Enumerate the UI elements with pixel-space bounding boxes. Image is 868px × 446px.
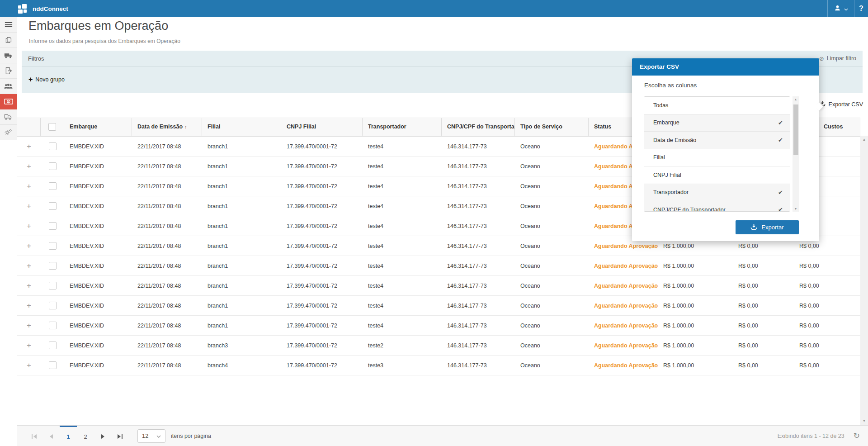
cell-tipo-servico: Oceano bbox=[515, 243, 589, 249]
column-option-label: CNPJ/CPF do Transportador bbox=[653, 207, 726, 212]
cell-data-emissao: 22/11/2017 08:48 bbox=[132, 243, 202, 249]
row-checkbox-cell bbox=[41, 302, 64, 309]
help-button[interactable]: ? bbox=[854, 0, 868, 17]
scroll-down-icon[interactable]: ▼ bbox=[863, 419, 866, 423]
cell-valor-2: R$ 0,00 bbox=[733, 263, 794, 269]
column-option[interactable]: Todas ✔ bbox=[644, 97, 790, 114]
delivery-truck-icon[interactable] bbox=[0, 109, 17, 125]
header-tipo-servico[interactable]: Tipo de Serviço bbox=[515, 118, 589, 136]
cell-filial: branch4 bbox=[202, 362, 281, 369]
scroll-up-icon[interactable]: ▲ bbox=[794, 98, 797, 101]
column-option[interactable]: Data de Emissão ✔ bbox=[644, 132, 790, 149]
truck-icon[interactable] bbox=[0, 48, 17, 63]
plus-icon: + bbox=[27, 262, 31, 270]
expand-row-button[interactable]: + bbox=[17, 242, 41, 250]
header-cnpj-filial[interactable]: CNPJ Filial bbox=[281, 118, 363, 136]
column-option[interactable]: CNPJ/CPF do Transportador ✔ bbox=[644, 201, 790, 212]
cell-tipo-servico: Oceano bbox=[515, 303, 589, 309]
scroll-down-icon[interactable]: ▼ bbox=[794, 207, 797, 210]
first-page-button[interactable] bbox=[25, 426, 42, 446]
row-checkbox-cell bbox=[41, 342, 64, 349]
last-page-icon bbox=[122, 434, 123, 439]
row-checkbox[interactable] bbox=[49, 142, 57, 150]
row-checkbox[interactable] bbox=[49, 202, 57, 210]
column-option[interactable]: Filial ✔ bbox=[644, 149, 790, 167]
file-export-icon[interactable] bbox=[0, 63, 17, 79]
cell-embarque: EMBDEV.XID bbox=[64, 362, 132, 369]
clear-filter-button[interactable]: ⊘ Limpar filtro bbox=[819, 55, 856, 62]
cell-status: Aguardando Aprovação bbox=[589, 362, 658, 369]
page-title: Embarques em Operação bbox=[28, 19, 168, 33]
row-checkbox[interactable] bbox=[49, 262, 57, 270]
next-page-button[interactable] bbox=[94, 426, 111, 446]
expand-row-button[interactable]: + bbox=[17, 142, 41, 150]
cell-cnpj-cpf-transportador: 146.314.177-73 bbox=[442, 303, 515, 309]
plus-icon: + bbox=[27, 162, 31, 170]
expand-row-button[interactable]: + bbox=[17, 162, 41, 170]
column-option[interactable]: CNPJ Filial ✔ bbox=[644, 166, 790, 184]
header-cnpj-cpf-transportador[interactable]: CNPJ/CPF do Transportador bbox=[442, 118, 515, 136]
row-checkbox[interactable] bbox=[49, 162, 57, 170]
expand-row-button[interactable]: + bbox=[17, 262, 41, 270]
row-checkbox[interactable] bbox=[49, 182, 57, 190]
plus-icon: + bbox=[27, 182, 31, 190]
last-page-button[interactable] bbox=[111, 426, 128, 446]
page-2-button[interactable]: 2 bbox=[77, 426, 94, 446]
header-filial[interactable]: Filial bbox=[202, 118, 281, 136]
cell-cnpj-filial: 17.399.470/0001-72 bbox=[281, 243, 363, 249]
expand-row-button[interactable]: + bbox=[17, 202, 41, 210]
export-csv-link[interactable]: Exportar CSV bbox=[819, 100, 863, 108]
cell-transportador: teste4 bbox=[363, 283, 442, 289]
refresh-icon[interactable]: ↻ bbox=[854, 431, 860, 441]
row-checkbox[interactable] bbox=[49, 282, 57, 289]
expand-row-button[interactable]: + bbox=[17, 322, 41, 329]
page-size-select[interactable]: 12 bbox=[137, 429, 165, 443]
expand-row-button[interactable]: + bbox=[17, 182, 41, 190]
cell-custos: R$ 0,00 bbox=[794, 362, 860, 369]
expand-row-button[interactable]: + bbox=[17, 302, 41, 309]
previous-page-button[interactable] bbox=[42, 426, 60, 446]
select-all-checkbox[interactable] bbox=[48, 123, 56, 131]
table-row: + EMBDEV.XID 22/11/2017 08:48 branch1 17… bbox=[17, 256, 860, 276]
column-option[interactable]: Embarque ✔ bbox=[644, 114, 790, 132]
expand-row-button[interactable]: + bbox=[17, 222, 41, 230]
header-transportador[interactable]: Transportador bbox=[363, 118, 442, 136]
row-checkbox[interactable] bbox=[49, 222, 57, 230]
row-checkbox[interactable] bbox=[49, 302, 57, 309]
column-option-label: Filial bbox=[653, 154, 665, 161]
page-1-button[interactable]: 1 bbox=[60, 426, 77, 446]
hamburger-menu-icon[interactable] bbox=[0, 17, 17, 33]
row-checkbox[interactable] bbox=[49, 361, 57, 369]
cell-tipo-servico: Oceano bbox=[515, 223, 589, 229]
user-menu-button[interactable] bbox=[827, 0, 854, 17]
expand-row-button[interactable]: + bbox=[17, 361, 41, 369]
plus-icon: + bbox=[27, 282, 31, 289]
header-embarque[interactable]: Embarque bbox=[64, 118, 132, 136]
expand-row-button[interactable]: + bbox=[17, 282, 41, 289]
row-checkbox[interactable] bbox=[49, 242, 57, 250]
cell-cnpj-filial: 17.399.470/0001-72 bbox=[281, 342, 363, 349]
modal-scrollbar-thumb[interactable] bbox=[793, 104, 798, 155]
column-option[interactable]: Transportador ✔ bbox=[644, 184, 790, 202]
row-checkbox[interactable] bbox=[49, 342, 57, 349]
cell-valor-2: R$ 0,00 bbox=[733, 362, 794, 369]
items-per-page-label: itens por página bbox=[171, 433, 211, 439]
vertical-scrollbar[interactable]: ▲ ▼ bbox=[860, 136, 868, 425]
export-button[interactable]: Exportar bbox=[736, 220, 799, 234]
header-data-emissao[interactable]: Data de Emissão↑ bbox=[132, 118, 202, 136]
documents-icon[interactable] bbox=[0, 33, 17, 48]
cell-valor-1: R$ 1.000,00 bbox=[658, 303, 733, 309]
cell-valor-2: R$ 0,00 bbox=[733, 323, 794, 329]
scroll-up-icon[interactable]: ▲ bbox=[863, 138, 866, 142]
cell-tipo-servico: Oceano bbox=[515, 342, 589, 349]
gears-icon[interactable] bbox=[0, 125, 17, 140]
cell-status: Aguardando Aprovação bbox=[589, 342, 658, 349]
cell-transportador: teste4 bbox=[363, 223, 442, 229]
expand-row-button[interactable]: + bbox=[17, 342, 41, 349]
money-icon[interactable]: 1 bbox=[0, 94, 17, 109]
cell-embarque: EMBDEV.XID bbox=[64, 342, 132, 349]
users-icon[interactable] bbox=[0, 79, 17, 94]
new-group-button[interactable]: + Novo grupo bbox=[28, 76, 65, 83]
row-checkbox[interactable] bbox=[49, 322, 57, 329]
user-icon bbox=[834, 5, 841, 13]
